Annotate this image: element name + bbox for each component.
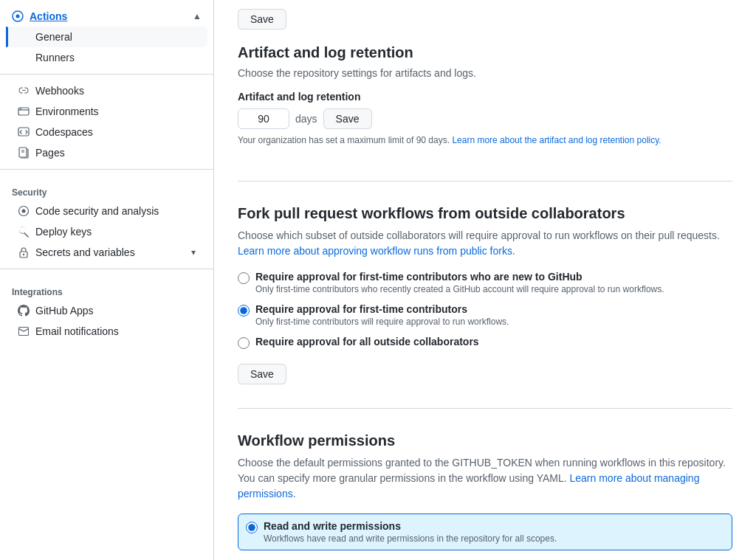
- radio-all-outside-input[interactable]: [238, 337, 250, 349]
- radio-option-all-outside[interactable]: Require approval for all outside collabo…: [238, 336, 732, 349]
- sidebar-item-codespaces[interactable]: Codespaces: [6, 122, 207, 142]
- environments-icon: [18, 106, 30, 117]
- artifact-hint: Your organization has set a maximum limi…: [238, 135, 732, 145]
- sidebar-item-environments[interactable]: Environments: [6, 101, 207, 122]
- workflow-section-title: Workflow permissions: [238, 432, 732, 449]
- sidebar-pages-label: Pages: [35, 147, 65, 159]
- svg-point-1: [16, 15, 20, 18]
- radio-new-github-label: Require approval for first-time contribu…: [255, 271, 664, 283]
- artifact-days-input[interactable]: [238, 108, 289, 129]
- actions-chevron-icon: ▲: [193, 11, 202, 21]
- actions-icon: [12, 10, 24, 22]
- sidebar-item-pages[interactable]: Pages: [6, 142, 207, 163]
- sidebar-item-general[interactable]: General: [6, 27, 207, 47]
- radio-new-github-desc: Only first-time contributors who recentl…: [255, 284, 664, 294]
- sidebar-item-code-security[interactable]: Code security and analysis: [6, 201, 207, 221]
- radio-option-read-write[interactable]: Read and write permissions Workflows hav…: [238, 514, 732, 550]
- artifact-input-row: days Save: [238, 108, 732, 129]
- fork-save-button[interactable]: Save: [238, 364, 286, 384]
- sidebar-item-runners[interactable]: Runners: [6, 47, 207, 68]
- radio-first-time-input[interactable]: [238, 305, 250, 317]
- radio-read-write-input[interactable]: [246, 522, 258, 533]
- workflow-radio-group: Read and write permissions Workflows hav…: [238, 514, 732, 560]
- sidebar-item-actions[interactable]: Actions ▲: [0, 6, 213, 27]
- secrets-chevron-icon: ▾: [191, 247, 196, 257]
- radio-new-github-input[interactable]: [238, 272, 250, 284]
- artifact-learn-more-link[interactable]: Learn more about the artifact and log re…: [452, 135, 661, 145]
- sidebar: Actions ▲ General Runners Webhooks Envir…: [0, 0, 214, 560]
- artifact-section-title: Artifact and log retention: [238, 44, 732, 61]
- sidebar-codespaces-label: Codespaces: [35, 126, 93, 138]
- workflow-section-desc: Choose the default permissions granted t…: [238, 455, 732, 502]
- sidebar-item-email-notifications[interactable]: Email notifications: [6, 321, 207, 342]
- svg-point-4: [20, 108, 21, 110]
- sidebar-security-group-label: Security: [0, 176, 213, 201]
- sidebar-divider-1: [0, 74, 213, 75]
- artifact-section: Artifact and log retention Choose the re…: [238, 44, 732, 182]
- sidebar-divider-2: [0, 169, 213, 170]
- sidebar-item-deploy-keys[interactable]: Deploy keys: [6, 221, 207, 242]
- radio-first-time-label: Require approval for first-time contribu…: [255, 303, 509, 315]
- artifact-subsection-label: Artifact and log retention: [238, 91, 732, 103]
- fork-learn-more-link[interactable]: Learn more about approving workflow runs…: [238, 245, 515, 257]
- top-save-section: Save: [238, 9, 732, 30]
- sidebar-item-webhooks[interactable]: Webhooks: [6, 80, 207, 101]
- workflow-section: Workflow permissions Choose the default …: [238, 432, 732, 560]
- radio-first-time-desc: Only first-time contributors will requir…: [255, 317, 509, 327]
- code-security-icon: [18, 205, 30, 217]
- fork-section: Fork pull request workflows from outside…: [238, 205, 732, 409]
- artifact-section-desc: Choose the repository settings for artif…: [238, 67, 732, 79]
- sidebar-webhooks-label: Webhooks: [35, 85, 84, 97]
- github-apps-icon: [18, 305, 30, 317]
- sidebar-deploy-keys-label: Deploy keys: [35, 226, 92, 238]
- radio-option-first-time[interactable]: Require approval for first-time contribu…: [238, 303, 732, 327]
- webhooks-icon: [18, 85, 30, 97]
- sidebar-github-apps-label: GitHub Apps: [35, 305, 94, 317]
- radio-read-write-desc: Workflows have read and write permission…: [264, 533, 557, 544]
- sidebar-email-notifications-label: Email notifications: [35, 325, 119, 337]
- main-content: Save Artifact and log retention Choose t…: [214, 0, 756, 560]
- fork-section-desc: Choose which subset of outside collabora…: [238, 228, 732, 259]
- fork-radio-group: Require approval for first-time contribu…: [238, 271, 732, 349]
- email-icon: [18, 325, 30, 337]
- top-save-button[interactable]: Save: [238, 9, 286, 30]
- fork-section-title: Fork pull request workflows from outside…: [238, 205, 732, 222]
- codespaces-icon: [18, 126, 30, 138]
- deploy-keys-icon: [18, 226, 30, 238]
- artifact-days-label: days: [295, 113, 317, 125]
- sidebar-general-label: General: [35, 31, 72, 43]
- sidebar-integrations-group-label: Integrations: [0, 275, 213, 300]
- sidebar-runners-label: Runners: [35, 52, 75, 63]
- sidebar-actions-label: Actions: [30, 10, 67, 22]
- sidebar-code-security-label: Code security and analysis: [35, 205, 159, 217]
- svg-point-12: [23, 254, 24, 255]
- radio-all-outside-label: Require approval for all outside collabo…: [255, 336, 479, 348]
- radio-option-new-github[interactable]: Require approval for first-time contribu…: [238, 271, 732, 294]
- radio-read-write-label: Read and write permissions: [264, 520, 557, 532]
- sidebar-environments-label: Environments: [35, 106, 99, 117]
- artifact-save-button[interactable]: Save: [323, 108, 372, 129]
- sidebar-secrets-label: Secrets and variables: [35, 246, 135, 258]
- sidebar-item-github-apps[interactable]: GitHub Apps: [6, 300, 207, 321]
- sidebar-item-secrets-variables[interactable]: Secrets and variables ▾: [6, 242, 207, 263]
- secrets-icon: [18, 246, 30, 258]
- sidebar-divider-3: [0, 269, 213, 269]
- pages-icon: [18, 147, 30, 159]
- svg-point-10: [22, 210, 26, 213]
